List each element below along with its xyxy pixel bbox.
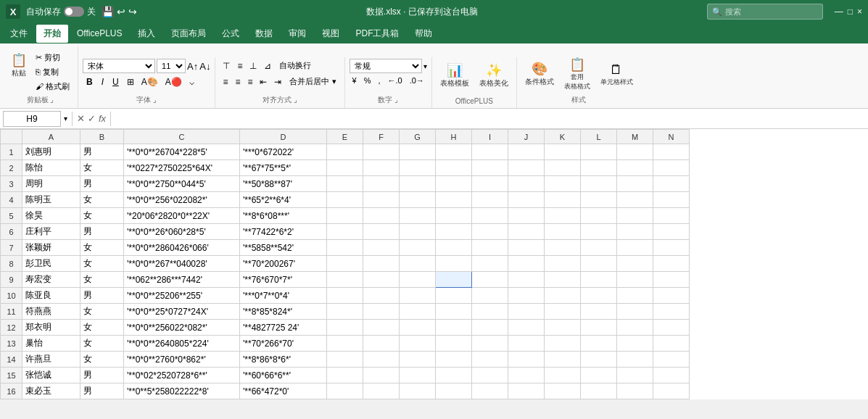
indent-button[interactable]: ⊿ xyxy=(261,60,274,72)
cell-I3[interactable] xyxy=(472,176,508,192)
cell-G15[interactable] xyxy=(400,368,436,383)
cell-L3[interactable] xyxy=(581,176,617,192)
row-header-8[interactable]: 8 xyxy=(1,256,22,272)
row-header-10[interactable]: 10 xyxy=(1,288,22,304)
cell-B4[interactable]: 女 xyxy=(80,192,124,208)
cell-K15[interactable] xyxy=(545,368,581,383)
cell-H2[interactable] xyxy=(436,160,472,176)
menu-pdf[interactable]: PDF工具箱 xyxy=(348,25,406,43)
cell-A13[interactable]: 巢怡 xyxy=(22,336,80,352)
cancel-formula-button[interactable]: ✕ xyxy=(77,113,85,124)
confirm-formula-button[interactable]: ✓ xyxy=(88,113,96,124)
cell-L10[interactable] xyxy=(581,288,617,304)
cell-K5[interactable] xyxy=(545,208,581,224)
cell-D6[interactable]: '**77422*6*2' xyxy=(240,224,327,240)
cell-N12[interactable] xyxy=(653,320,690,336)
cell-K8[interactable] xyxy=(545,256,581,272)
cell-H13[interactable] xyxy=(436,336,472,352)
cell-J16[interactable] xyxy=(508,383,545,399)
align-middle-button[interactable]: ≡ xyxy=(234,60,245,72)
cell-C1[interactable]: '**0*0**26704*228*5' xyxy=(124,144,240,160)
cell-A16[interactable]: 束必玉 xyxy=(22,383,80,399)
cell-D16[interactable]: '**66*472*0' xyxy=(240,383,327,399)
cell-F11[interactable] xyxy=(363,304,400,320)
cell-E9[interactable] xyxy=(327,272,363,288)
cell-G2[interactable] xyxy=(400,160,436,176)
cell-C15[interactable]: '**0*02*2520728*6**' xyxy=(124,368,240,383)
cell-G5[interactable] xyxy=(400,208,436,224)
minimize-button[interactable]: — xyxy=(835,7,843,17)
cell-E12[interactable] xyxy=(327,320,363,336)
accounting-format-button[interactable]: ¥ xyxy=(350,75,360,86)
menu-page-layout[interactable]: 页面布局 xyxy=(164,25,213,43)
cell-F4[interactable] xyxy=(363,192,400,208)
row-header-3[interactable]: 3 xyxy=(1,176,22,192)
cell-K2[interactable] xyxy=(545,160,581,176)
cell-H10[interactable] xyxy=(436,288,472,304)
comma-button[interactable]: , xyxy=(375,75,383,86)
cell-B6[interactable]: 男 xyxy=(80,224,124,240)
cell-J15[interactable] xyxy=(508,368,545,383)
cell-D14[interactable]: '**8*86*8*6*' xyxy=(240,352,327,368)
cell-C16[interactable]: '**0**5*258022222*8' xyxy=(124,383,240,399)
cell-K10[interactable] xyxy=(545,288,581,304)
cell-J9[interactable] xyxy=(508,272,545,288)
menu-file[interactable]: 文件 xyxy=(3,25,35,43)
cell-G9[interactable] xyxy=(400,272,436,288)
cell-A7[interactable]: 张颖妍 xyxy=(22,240,80,256)
cell-E10[interactable] xyxy=(327,288,363,304)
cell-L9[interactable] xyxy=(581,272,617,288)
cell-D1[interactable]: '***0*672022' xyxy=(240,144,327,160)
cell-I5[interactable] xyxy=(472,208,508,224)
cell-C8[interactable]: '**0*0**267**040028' xyxy=(124,256,240,272)
col-header-g[interactable]: G xyxy=(400,130,436,144)
cell-H4[interactable] xyxy=(436,192,472,208)
menu-officeplus[interactable]: OfficePLUS xyxy=(70,25,129,41)
cell-M4[interactable] xyxy=(617,192,653,208)
cell-D3[interactable]: '**50*88**87' xyxy=(240,176,327,192)
cell-J11[interactable] xyxy=(508,304,545,320)
cell-E13[interactable] xyxy=(327,336,363,352)
cell-A9[interactable]: 寿宏变 xyxy=(22,272,80,288)
cell-L12[interactable] xyxy=(581,320,617,336)
cell-B13[interactable]: 女 xyxy=(80,336,124,352)
cell-C13[interactable]: '**0*0**2640805*224' xyxy=(124,336,240,352)
row-header-7[interactable]: 7 xyxy=(1,240,22,256)
cell-B2[interactable]: 女 xyxy=(80,160,124,176)
cell-D5[interactable]: '**8*6*08***' xyxy=(240,208,327,224)
row-header-12[interactable]: 12 xyxy=(1,320,22,336)
cell-K9[interactable] xyxy=(545,272,581,288)
cell-F14[interactable] xyxy=(363,352,400,368)
menu-data[interactable]: 数据 xyxy=(248,25,280,43)
close-button[interactable]: × xyxy=(857,7,862,17)
cell-I7[interactable] xyxy=(472,240,508,256)
undo-button[interactable]: ↩ xyxy=(117,6,125,17)
row-header-5[interactable]: 5 xyxy=(1,208,22,224)
cell-F3[interactable] xyxy=(363,176,400,192)
cell-N15[interactable] xyxy=(653,368,690,383)
cell-J8[interactable] xyxy=(508,256,545,272)
row-header-2[interactable]: 2 xyxy=(1,160,22,176)
copy-button[interactable]: ⎘ 复制 xyxy=(32,65,73,79)
cell-L8[interactable] xyxy=(581,256,617,272)
cell-G4[interactable] xyxy=(400,192,436,208)
cell-G8[interactable] xyxy=(400,256,436,272)
cell-K1[interactable] xyxy=(545,144,581,160)
cell-K3[interactable] xyxy=(545,176,581,192)
cell-I2[interactable] xyxy=(472,160,508,176)
align-right-button[interactable]: ≡ xyxy=(244,76,255,88)
cell-G10[interactable] xyxy=(400,288,436,304)
cell-E5[interactable] xyxy=(327,208,363,224)
cell-A1[interactable]: 刘惠明 xyxy=(22,144,80,160)
col-header-n[interactable]: N xyxy=(653,130,690,144)
cell-L4[interactable] xyxy=(581,192,617,208)
cut-button[interactable]: ✂ 剪切 xyxy=(32,51,73,65)
bold-button[interactable]: B xyxy=(83,75,96,88)
col-header-d[interactable]: D xyxy=(240,130,327,144)
font-size-select[interactable]: 11 xyxy=(157,59,186,73)
cell-C4[interactable]: '**0*0**256*022082*' xyxy=(124,192,240,208)
cell-H5[interactable] xyxy=(436,208,472,224)
cell-M1[interactable] xyxy=(617,144,653,160)
format-as-table-button[interactable]: 📋 套用表格格式 xyxy=(561,56,594,94)
maximize-button[interactable]: □ xyxy=(848,7,853,17)
